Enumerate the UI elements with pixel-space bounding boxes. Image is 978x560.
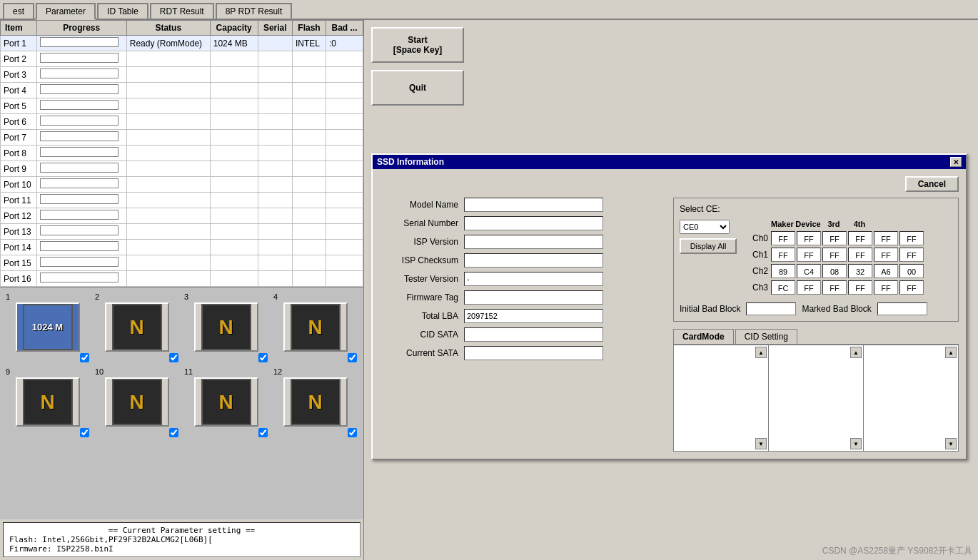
table-wrapper: Item Progress Status Capacity Serial Fla… (0, 20, 363, 287)
tab-id-table[interactable]: ID Table (97, 3, 148, 19)
port-checkbox[interactable] (80, 428, 89, 437)
cell-bad (326, 193, 363, 208)
ce-row-label-ch3: Ch3 (744, 282, 768, 292)
port-number: 11 (184, 367, 193, 376)
cancel-button[interactable]: Cancel (905, 176, 959, 192)
ce-ch3-maker: FC (771, 280, 795, 295)
ce-select-dropdown[interactable]: CE0 CE1 CE2 CE3 (680, 220, 730, 234)
scroll-up-middle[interactable]: ▲ (850, 347, 862, 358)
scroll-down-left[interactable]: ▼ (755, 438, 767, 449)
port-icon-wrapper[interactable]: N (194, 377, 258, 427)
cell-serial (258, 240, 292, 255)
port-checkbox[interactable] (80, 353, 89, 362)
port-icon-wrapper[interactable]: N (283, 302, 348, 352)
cell-capacity (210, 240, 258, 255)
model-name-row: Model Name (380, 198, 666, 212)
port-icon-wrapper[interactable]: 1024 M (16, 302, 80, 352)
watermark: CSDN @AS2258量产 YS9082开卡工具 (822, 545, 972, 557)
cell-status (126, 240, 210, 255)
cell-status (126, 114, 210, 130)
ce-row-label-ch2: Ch2 (744, 266, 768, 276)
cell-serial (258, 67, 292, 83)
model-name-input[interactable] (464, 198, 603, 212)
cell-bad (326, 271, 363, 287)
cell-serial (258, 208, 292, 224)
port-icon-wrapper[interactable]: N (105, 377, 169, 427)
ce-ch1-4th: FF (848, 248, 872, 262)
cell-item: Port 1 (1, 36, 37, 51)
tester-version-label: Tester Version (380, 274, 458, 284)
serial-number-label: Serial Number (380, 218, 458, 228)
ce-ch3-4th: FF (848, 280, 872, 295)
port-checkbox[interactable] (348, 428, 357, 437)
start-button[interactable]: Start[Space Key] (371, 27, 464, 63)
ce-row-ch3: Ch3 FC FF FF FF FF FF (744, 280, 925, 295)
initial-bad-block-input[interactable] (746, 302, 796, 315)
scroll-down-right[interactable]: ▼ (945, 438, 957, 449)
isp-version-input[interactable] (464, 235, 603, 249)
ce-ch2-4th: 32 (848, 264, 872, 278)
scroll-down-middle[interactable]: ▼ (850, 438, 862, 449)
port-checkbox[interactable] (169, 428, 178, 437)
port-icon-wrapper[interactable]: N (16, 377, 80, 427)
port-checkbox[interactable] (348, 353, 357, 362)
ce-col-6th (898, 220, 924, 228)
port-icon-wrapper[interactable]: N (194, 302, 258, 352)
cell-progress (36, 240, 126, 255)
select-ce-row: Select CE: (680, 204, 952, 214)
tab-8p-rdt-result[interactable]: 8P RDT Result (216, 3, 293, 19)
cell-item: Port 10 (1, 177, 37, 193)
col-item: Item (1, 21, 37, 36)
scroll-up-right[interactable]: ▲ (945, 347, 957, 358)
port-checkbox[interactable] (258, 428, 268, 437)
quit-button[interactable]: Quit (371, 70, 464, 106)
port-cell: 12N (271, 365, 360, 440)
isp-version-row: ISP Version (380, 235, 666, 249)
marked-bad-block-label: Marked Bad Block (802, 304, 871, 314)
cell-serial (258, 114, 292, 130)
serial-number-input[interactable] (464, 216, 603, 230)
cell-progress (36, 224, 126, 240)
tab-cardmode[interactable]: CardMode (673, 329, 734, 344)
tab-rdt-result[interactable]: RDT Result (150, 3, 214, 19)
cell-serial (258, 98, 292, 114)
cell-capacity: 1024 MB (210, 36, 258, 51)
cid-sata-input[interactable] (464, 327, 603, 342)
port-icon-wrapper[interactable]: N (283, 377, 348, 427)
firmware-tag-input[interactable] (464, 290, 603, 305)
ce-col-headers: Maker Device 3rd 4th (770, 220, 925, 228)
cell-item: Port 7 (1, 130, 37, 146)
port-icon-wrapper[interactable]: N (105, 302, 169, 352)
total-lba-input[interactable] (464, 309, 603, 323)
tab-cid-setting[interactable]: CID Setting (735, 329, 797, 344)
ce-controls: CE0 CE1 CE2 CE3 Display All (680, 220, 952, 297)
param-box: == Current Parameter setting == Flash: I… (3, 522, 361, 557)
table-row: Port 3 (1, 67, 363, 83)
cell-flash (292, 193, 326, 208)
current-sata-input[interactable] (464, 346, 603, 360)
dialog-close-button[interactable]: ✕ (950, 157, 962, 167)
param-title: == Current Parameter setting == (9, 526, 354, 535)
scroll-up-left[interactable]: ▲ (755, 347, 767, 358)
cell-serial (258, 177, 292, 193)
port-checkbox[interactable] (169, 353, 178, 362)
tester-version-input[interactable] (464, 272, 603, 286)
cell-flash (292, 114, 326, 130)
param-line2: Firmware: ISP2258.binI (9, 544, 354, 554)
display-all-button[interactable]: Display All (680, 238, 737, 254)
isp-checksum-label: ISP Checksum (380, 255, 458, 265)
cell-bad (326, 51, 363, 67)
dialog-bottom-panels: ▲ ▼ ▲ ▼ ▲ ▼ (673, 345, 959, 452)
isp-checksum-input[interactable] (464, 253, 603, 268)
ce-panel: Select CE: CE0 CE1 CE2 CE3 Display Al (673, 198, 959, 452)
total-lba-row: Total LBA (380, 309, 666, 323)
cell-serial (258, 146, 292, 161)
ce-ch3-5th: FF (874, 280, 898, 295)
port-icon-inner: N (112, 379, 162, 425)
port-checkbox[interactable] (258, 353, 268, 362)
cell-serial (258, 255, 292, 271)
tab-parameter[interactable]: Parameter (36, 3, 96, 20)
marked-bad-block-input[interactable] (877, 302, 927, 315)
ssd-dialog[interactable]: SSD Information ✕ Cancel Model Name Seri… (371, 153, 967, 460)
tab-est[interactable]: est (3, 3, 34, 19)
